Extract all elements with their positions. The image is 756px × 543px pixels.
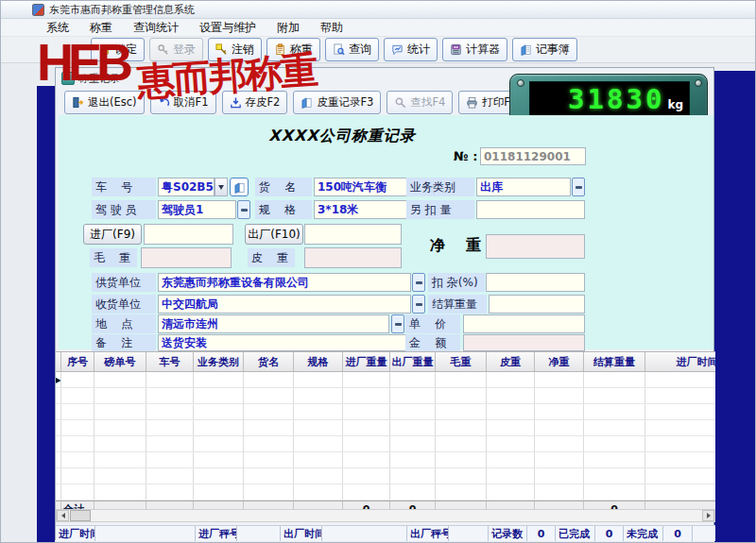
table-row	[56, 420, 715, 436]
plate-dropdown-button[interactable]	[215, 178, 228, 196]
main-window: 东莞市惠而邦称重管理信息系统 系统称重查询统计设置与维护附加帮助 锁定登录注销称…	[0, 0, 756, 543]
table-cell	[94, 404, 146, 419]
horizontal-scrollbar[interactable]	[56, 509, 715, 522]
unit-price-field[interactable]	[463, 314, 585, 333]
notebook-button[interactable]: 记事簿	[512, 38, 577, 61]
receiver-ellipsis-button[interactable]	[412, 295, 425, 314]
place-field[interactable]: 清远市连州	[158, 314, 389, 333]
logout-button[interactable]: 注销	[208, 38, 262, 61]
supplier-field[interactable]: 东莞惠而邦称重设备有限公司	[158, 273, 411, 292]
tare-records-button-label: 皮重记录F3	[317, 95, 373, 110]
net-weight-field[interactable]	[486, 234, 585, 259]
column-header-10[interactable]: 净重	[535, 352, 584, 371]
table-cell	[487, 436, 535, 451]
place-label: 地 点	[92, 314, 156, 333]
biz-type-field[interactable]: 出库	[476, 178, 571, 196]
table-cell	[244, 484, 294, 500]
in-weight-field[interactable]	[144, 224, 233, 245]
menu-item-extra[interactable]: 附加	[277, 20, 300, 36]
record-number-field[interactable]: 01181129001	[480, 147, 586, 165]
menu-item-weigh[interactable]: 称重	[90, 20, 112, 36]
driver-ellipsis-button[interactable]	[237, 200, 250, 219]
menu-item-settings-maintenance[interactable]: 设置与维护	[199, 20, 256, 36]
receiver-field[interactable]: 中交四航局	[158, 295, 411, 314]
table-cell	[294, 420, 343, 435]
table-cell	[343, 404, 390, 419]
table-cell	[294, 484, 343, 500]
amount-field[interactable]	[463, 334, 585, 351]
scroll-right-arrow-icon[interactable]	[702, 510, 714, 521]
spec-field[interactable]: 3*18米	[314, 200, 411, 219]
deduct-pct-label: 扣 杂(%)	[428, 273, 485, 292]
plate-label: 车 号	[92, 178, 156, 196]
query-button[interactable]: 查询	[325, 38, 379, 61]
cargo-field[interactable]: 150吨汽车衡	[314, 178, 411, 196]
save-tare-button[interactable]: 存皮F2	[222, 91, 288, 114]
place-ellipsis-button[interactable]	[391, 314, 404, 333]
plate-field[interactable]: 粤S02B55	[158, 178, 215, 196]
table-cell	[194, 468, 244, 484]
column-header-11[interactable]: 结算重量	[584, 352, 645, 371]
form-title: XXXX公司称重记录	[172, 127, 512, 146]
extra-deduct-label: 另 扣 量	[406, 200, 474, 219]
stats-button[interactable]: 统计	[384, 38, 438, 61]
table-cell	[61, 388, 94, 403]
menu-item-system[interactable]: 系统	[46, 20, 69, 36]
table-cell	[645, 436, 715, 451]
gross-weight-field[interactable]	[141, 247, 232, 268]
screw-icon	[517, 79, 524, 87]
driver-field[interactable]: 驾驶员1	[158, 200, 236, 219]
stats-button-label: 统计	[407, 42, 430, 58]
biz-type-ellipsis-button[interactable]	[572, 178, 585, 196]
column-header-1[interactable]: 磅单号	[94, 352, 146, 371]
table-cell	[645, 484, 715, 500]
column-header-6[interactable]: 进厂重量	[343, 352, 390, 371]
tare-records-button[interactable]: 皮重记录F3	[293, 91, 381, 114]
column-header-3[interactable]: 业务类别	[194, 352, 244, 371]
menu-item-help[interactable]: 帮助	[320, 20, 343, 36]
receiver-label: 收货单位	[92, 295, 156, 314]
status-bar: 进厂时间进厂秤号出厂时间出厂秤号记录数0已完成0未完成0	[56, 525, 715, 541]
column-header-0[interactable]: 序号	[61, 352, 94, 371]
column-header-9[interactable]: 皮重	[487, 352, 535, 371]
menu-item-query-stats[interactable]: 查询统计	[133, 20, 179, 36]
status-out-scale-label: 出厂秤号	[407, 526, 449, 541]
tare-weight-field[interactable]	[304, 247, 402, 268]
column-header-2[interactable]: 车号	[146, 352, 194, 371]
column-header-7[interactable]: 出厂重量	[390, 352, 436, 371]
table-cell	[535, 372, 584, 387]
exit-button[interactable]: 退出(Esc)	[64, 91, 145, 114]
supplier-ellipsis-button[interactable]	[412, 273, 425, 292]
deduct-pct-field[interactable]	[486, 273, 585, 292]
lock-icon	[98, 43, 111, 56]
scroll-left-arrow-icon[interactable]	[57, 510, 69, 521]
column-header-5[interactable]: 规格	[294, 352, 343, 371]
weigh-button[interactable]: 称重	[266, 38, 320, 61]
in-factory-button[interactable]: 进厂(F9)	[83, 224, 142, 245]
column-header-8[interactable]: 毛重	[436, 352, 487, 371]
table-cell	[487, 388, 535, 403]
tab-weighing-record[interactable]: 称重记录	[61, 70, 120, 87]
spec-label: 规 格	[255, 200, 312, 219]
login-button[interactable]: 登录	[149, 38, 203, 61]
out-factory-button[interactable]: 出厂(F10)	[245, 224, 303, 245]
lock-button[interactable]: 锁定	[91, 38, 145, 61]
title-bar: 东莞市惠而邦称重管理信息系统	[1, 1, 755, 19]
cancel-button[interactable]: 取消F1	[150, 91, 216, 114]
note-field[interactable]: 送货安装	[158, 334, 411, 351]
table-cell	[61, 452, 94, 467]
column-header-4[interactable]: 货名	[244, 352, 294, 371]
out-weight-field[interactable]	[304, 224, 402, 245]
screw-icon	[695, 79, 702, 87]
table-row	[56, 484, 715, 501]
extra-deduct-field[interactable]	[476, 200, 585, 219]
settle-weight-field[interactable]	[489, 295, 585, 314]
table-cell	[343, 372, 390, 387]
calculator-button[interactable]: 计算器	[442, 38, 507, 61]
column-header-12[interactable]: 进厂时间	[645, 352, 715, 371]
table-cell	[146, 468, 194, 484]
scrollbar-thumb[interactable]	[70, 510, 91, 521]
plate-records-button[interactable]	[230, 178, 249, 196]
find-button[interactable]: 查找F4	[387, 91, 453, 114]
table-cell	[535, 420, 584, 435]
